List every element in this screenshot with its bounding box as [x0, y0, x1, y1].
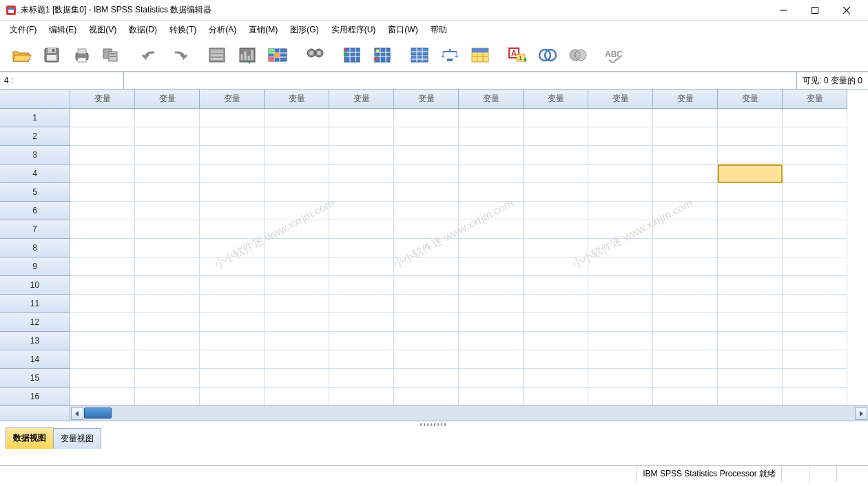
cell-value-input[interactable]	[124, 72, 796, 89]
grid-cell[interactable]	[459, 127, 524, 146]
grid-cell[interactable]	[524, 239, 588, 257]
close-button[interactable]	[831, 0, 862, 21]
menu-utilities[interactable]: 实用程序(U)	[326, 22, 382, 38]
grid-cell[interactable]	[70, 276, 135, 295]
minimize-button[interactable]	[767, 0, 799, 21]
grid-cell[interactable]	[394, 220, 459, 239]
row-header[interactable]: 13	[0, 332, 70, 350]
grid-cell[interactable]	[459, 257, 524, 276]
grid-cell[interactable]	[135, 313, 200, 332]
spellcheck-button[interactable]: ABC	[601, 42, 630, 68]
grid-cell[interactable]	[783, 220, 847, 239]
grid-cell[interactable]	[588, 350, 653, 369]
grid-cell[interactable]	[265, 257, 329, 276]
menu-direct[interactable]: 直销(M)	[243, 22, 283, 38]
grid-cell[interactable]	[524, 313, 588, 332]
menu-transform[interactable]: 转换(T)	[164, 22, 202, 38]
column-header[interactable]: 变量	[70, 89, 135, 109]
grid-cell[interactable]	[265, 332, 329, 350]
grid-cell[interactable]	[394, 350, 459, 369]
grid-cell[interactable]	[70, 165, 135, 183]
grid-cell[interactable]	[783, 257, 847, 276]
grid-cell[interactable]	[329, 257, 394, 276]
save-button[interactable]	[37, 42, 66, 68]
row-header[interactable]: 7	[0, 220, 70, 239]
grid-cell[interactable]	[200, 220, 265, 239]
grid-cell[interactable]	[394, 183, 459, 202]
grid-cell[interactable]	[459, 350, 524, 369]
menu-view[interactable]: 视图(V)	[83, 22, 122, 38]
grid-cell[interactable]	[394, 295, 459, 313]
scroll-right-button[interactable]	[855, 408, 867, 420]
grid-cell[interactable]	[718, 220, 783, 239]
grid-cell[interactable]	[653, 165, 718, 183]
grid-cell[interactable]	[653, 388, 718, 406]
grid-corner[interactable]	[0, 89, 70, 109]
grid-cell[interactable]	[524, 146, 588, 165]
grid-cell[interactable]	[783, 165, 847, 183]
row-header[interactable]: 14	[0, 350, 70, 369]
grid-cell[interactable]	[783, 202, 847, 220]
grid-cell[interactable]	[394, 257, 459, 276]
grid-cell[interactable]	[718, 146, 783, 165]
grid-cell[interactable]	[394, 127, 459, 146]
grid-cell[interactable]	[200, 127, 265, 146]
row-header[interactable]: 3	[0, 146, 70, 165]
grid-cell[interactable]	[524, 276, 588, 295]
scroll-track[interactable]	[70, 406, 868, 421]
column-header[interactable]: 变量	[265, 89, 329, 109]
grid-cell[interactable]	[783, 183, 847, 202]
value-labels-button[interactable]: A1	[503, 42, 532, 68]
grid-cell[interactable]	[459, 332, 524, 350]
use-sets-button[interactable]	[533, 42, 562, 68]
grid-cell[interactable]	[459, 183, 524, 202]
grid-cell[interactable]	[459, 146, 524, 165]
grid-cell[interactable]	[588, 165, 653, 183]
row-header[interactable]: 16	[0, 388, 70, 406]
grid-cell[interactable]	[588, 127, 653, 146]
row-header[interactable]: 15	[0, 369, 70, 388]
grid-cell[interactable]	[265, 202, 329, 220]
grid-cell[interactable]	[653, 369, 718, 388]
grid-cell[interactable]	[783, 332, 847, 350]
grid-cell[interactable]	[70, 350, 135, 369]
grid-cell[interactable]	[329, 146, 394, 165]
grid-cell[interactable]	[653, 350, 718, 369]
grid-cell[interactable]	[265, 313, 329, 332]
split-file-button[interactable]	[405, 42, 434, 68]
grid-cell[interactable]	[459, 202, 524, 220]
grid-cell[interactable]	[783, 295, 847, 313]
tab-variable-view[interactable]: 变量视图	[53, 428, 101, 449]
grid-cell[interactable]	[265, 127, 329, 146]
column-header[interactable]: 变量	[135, 89, 200, 109]
weight-cases-button[interactable]	[435, 42, 464, 68]
grid-cell[interactable]	[459, 295, 524, 313]
grid-cell[interactable]	[135, 239, 200, 257]
grid-cell[interactable]	[524, 220, 588, 239]
grid-cell[interactable]	[394, 109, 459, 127]
grid-cell[interactable]	[524, 350, 588, 369]
grid-cell[interactable]	[265, 109, 329, 127]
grid-cell[interactable]	[265, 239, 329, 257]
scroll-thumb[interactable]	[84, 408, 112, 419]
grid-cell[interactable]	[394, 369, 459, 388]
grid-cell[interactable]	[200, 369, 265, 388]
grid-cell[interactable]	[265, 276, 329, 295]
grid-cell[interactable]	[718, 388, 783, 406]
menu-window[interactable]: 窗口(W)	[382, 22, 423, 38]
grid-cell[interactable]	[200, 239, 265, 257]
grid-cell[interactable]	[70, 388, 135, 406]
grid-cell[interactable]	[70, 332, 135, 350]
grid-cell[interactable]	[718, 109, 783, 127]
grid-cell[interactable]	[394, 239, 459, 257]
row-header[interactable]: 1	[0, 109, 70, 127]
grid-cell[interactable]	[135, 183, 200, 202]
grid-cell[interactable]	[653, 276, 718, 295]
grid-cell[interactable]	[394, 313, 459, 332]
row-header[interactable]: 6	[0, 202, 70, 220]
grid-cell[interactable]	[70, 127, 135, 146]
grid-cell[interactable]	[588, 313, 653, 332]
grid-cell[interactable]	[653, 332, 718, 350]
column-header[interactable]: 变量	[653, 89, 718, 109]
grid-cell[interactable]	[200, 388, 265, 406]
